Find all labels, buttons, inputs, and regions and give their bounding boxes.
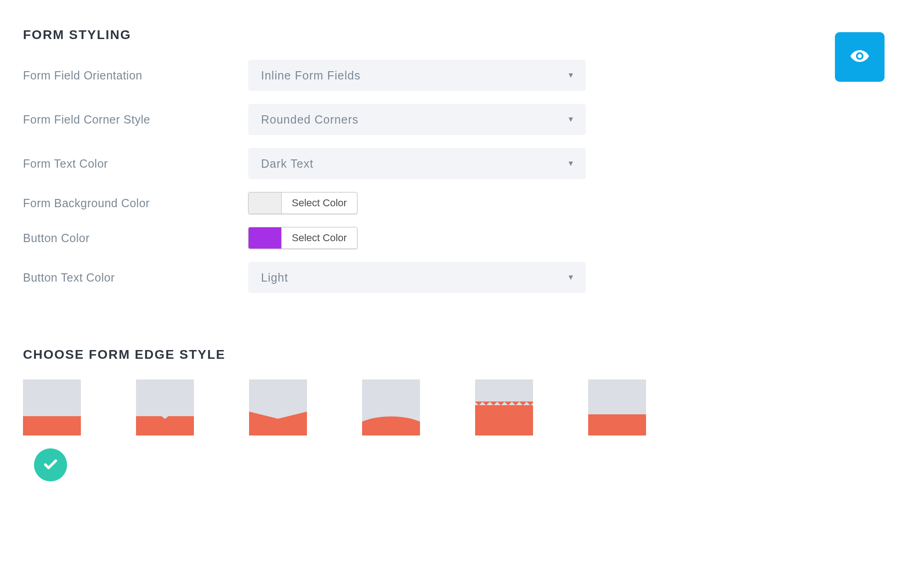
chevron-down-icon: ▼ [567, 273, 575, 282]
preview-button[interactable] [835, 32, 885, 82]
colorpicker-button-label: Select Color [282, 227, 357, 249]
select-text-color[interactable]: Dark Text ▼ [248, 148, 586, 179]
label-corner-style: Form Field Corner Style [23, 113, 248, 126]
row-corner-style: Form Field Corner Style Rounded Corners … [23, 104, 896, 135]
chevron-down-icon: ▼ [567, 71, 575, 79]
edge-option-flat[interactable] [23, 379, 81, 435]
row-orientation: Form Field Orientation Inline Form Field… [23, 60, 896, 91]
edge-option-zigzag[interactable] [475, 379, 533, 435]
label-button-text-color: Button Text Color [23, 271, 248, 284]
row-text-color: Form Text Color Dark Text ▼ [23, 148, 896, 179]
select-orientation[interactable]: Inline Form Fields ▼ [248, 60, 586, 91]
select-text-color-value: Dark Text [261, 157, 313, 170]
select-orientation-value: Inline Form Fields [261, 69, 361, 82]
select-corner-style[interactable]: Rounded Corners ▼ [248, 104, 586, 135]
colorpicker-button[interactable]: Select Color [248, 227, 357, 249]
label-bg-color: Form Background Color [23, 197, 248, 210]
label-button-color: Button Color [23, 232, 248, 245]
chevron-down-icon: ▼ [567, 115, 575, 124]
select-button-text-color-value: Light [261, 271, 288, 284]
edge-option-vshape[interactable] [249, 379, 307, 435]
form-styling-heading: FORM STYLING [23, 28, 896, 42]
edge-option-notch[interactable] [136, 379, 194, 435]
check-icon [43, 456, 58, 474]
colorswatch-bg [249, 192, 282, 214]
label-orientation: Form Field Orientation [23, 69, 248, 82]
label-text-color: Form Text Color [23, 157, 248, 170]
select-button-text-color[interactable]: Light ▼ [248, 262, 586, 293]
edge-option-curve[interactable] [362, 379, 420, 435]
row-button-text-color: Button Text Color Light ▼ [23, 262, 896, 293]
edge-style-options [23, 379, 896, 435]
edge-style-heading: CHOOSE FORM EDGE STYLE [23, 347, 896, 362]
row-button-color: Button Color Select Color [23, 227, 896, 249]
eye-icon [850, 46, 870, 68]
select-corner-style-value: Rounded Corners [261, 113, 358, 126]
row-bg-color: Form Background Color Select Color [23, 192, 896, 214]
chevron-down-icon: ▼ [567, 159, 575, 168]
edge-option-flat-2[interactable] [588, 379, 646, 435]
edge-selected-badge[interactable] [34, 448, 67, 481]
colorpicker-bg-label: Select Color [282, 192, 357, 214]
colorpicker-bg[interactable]: Select Color [248, 192, 357, 214]
colorswatch-button [249, 227, 282, 249]
